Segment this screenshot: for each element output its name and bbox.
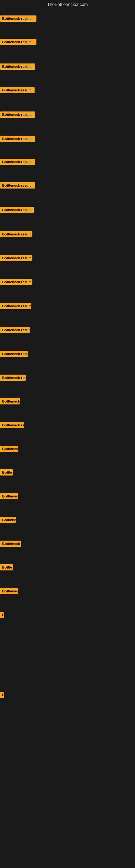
- bottleneck-result-row: Bottleneck result: [0, 16, 37, 23]
- bottleneck-result-label[interactable]: Bottleneck result: [0, 159, 35, 165]
- bottleneck-result-label[interactable]: Bottleneck result: [0, 351, 28, 357]
- bottleneck-result-label[interactable]: Bottlenec: [0, 446, 18, 452]
- bottleneck-result-label[interactable]: Bottleneck result: [0, 207, 34, 213]
- bottleneck-result-label[interactable]: Bottleneck result: [0, 16, 37, 22]
- bottleneck-result-row: Bottleneck result: [0, 255, 32, 262]
- bottleneck-result-row: Bottleneck result: [0, 351, 28, 358]
- bottleneck-result-label[interactable]: Bottleneck result: [0, 135, 35, 142]
- bottleneck-result-label[interactable]: Bottleneck result: [0, 255, 32, 261]
- bottleneck-result-label[interactable]: Bottleneck result: [0, 279, 32, 285]
- bottleneck-result-row: Bottleneck result: [0, 303, 31, 310]
- bottleneck-result-row: Bottleneck result: [0, 39, 37, 46]
- bottleneck-result-label[interactable]: Bottleneck res: [0, 422, 24, 428]
- bottleneck-result-row: Bottleneck result: [0, 231, 32, 239]
- bottleneck-result-row: Bottlenec: [0, 588, 18, 595]
- bottleneck-result-row: Bottleneck result: [0, 279, 32, 286]
- bottleneck-result-row: Bottleneck r: [0, 540, 21, 548]
- bottleneck-result-label[interactable]: Bottle: [0, 469, 13, 475]
- bottleneck-result-label[interactable]: Bottle: [0, 564, 13, 570]
- bottleneck-result-row: Bottle: [0, 564, 13, 571]
- bottleneck-result-label[interactable]: Bottleneck result: [0, 303, 31, 309]
- bottleneck-result-row: Bottlenec: [0, 493, 18, 500]
- bottleneck-result-row: Bottleneck result: [0, 159, 35, 166]
- bottleneck-result-row: Bottlenec: [0, 446, 18, 453]
- bottleneck-result-row: Bottle: [0, 469, 13, 476]
- bottleneck-result-label[interactable]: Bottleneck r: [0, 540, 21, 547]
- bottleneck-result-label[interactable]: B: [0, 692, 4, 698]
- bottleneck-result-row: B: [0, 612, 4, 619]
- bottleneck-result-label[interactable]: Bottleneck result: [0, 87, 35, 93]
- bottleneck-result-row: Bottleneck result: [0, 207, 34, 214]
- bottleneck-result-label[interactable]: Bottlene: [0, 517, 16, 523]
- bottleneck-result-row: Bottleneck result: [0, 182, 35, 190]
- bottleneck-result-row: Bottleneck result: [0, 135, 35, 143]
- bottleneck-result-label[interactable]: Bottleneck result: [0, 39, 37, 45]
- bottleneck-result-row: Bottleneck res: [0, 422, 24, 429]
- bottleneck-result-row: Bottleneck resu: [0, 375, 26, 382]
- bottleneck-result-label[interactable]: Bottleneck: [0, 398, 20, 404]
- bottleneck-result-label[interactable]: Bottleneck resu: [0, 375, 26, 381]
- bottleneck-result-label[interactable]: Bottlenec: [0, 588, 18, 594]
- bottleneck-result-row: Bottleneck result: [0, 112, 35, 119]
- bottleneck-result-row: Bottleneck result: [0, 87, 35, 94]
- bottleneck-result-row: B: [0, 692, 4, 699]
- bottleneck-result-label[interactable]: B: [0, 612, 4, 618]
- bottleneck-result-row: Bottleneck result: [0, 63, 35, 71]
- bottleneck-result-label[interactable]: Bottleneck result: [0, 112, 35, 118]
- bottleneck-result-row: Bottlene: [0, 517, 16, 524]
- bottleneck-result-label[interactable]: Bottleneck result: [0, 182, 35, 188]
- bottleneck-result-row: Bottleneck: [0, 398, 20, 405]
- site-title: TheBottlenecker.com: [0, 0, 135, 9]
- bottleneck-result-label[interactable]: Bottleneck result: [0, 327, 30, 333]
- bottleneck-result-label[interactable]: Bottleneck result: [0, 63, 35, 70]
- bottleneck-result-label[interactable]: Bottleneck result: [0, 231, 32, 237]
- bottleneck-result-label[interactable]: Bottlenec: [0, 493, 18, 499]
- bottleneck-result-row: Bottleneck result: [0, 327, 30, 334]
